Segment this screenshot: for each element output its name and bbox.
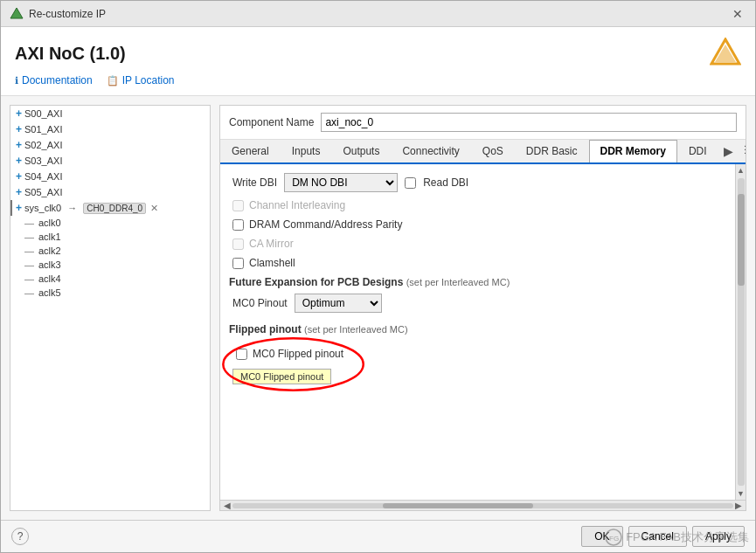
expand-icon-s05: + — [16, 186, 22, 198]
mc0-flipped-row: MC0 Flipped pinout — [232, 348, 343, 360]
connector-arrow: → — [67, 203, 77, 213]
tab-qos[interactable]: QoS — [471, 140, 515, 162]
tree-item-aclk4-label: aclk4 — [38, 273, 61, 284]
watermark: FG FPGA FAB技术分享选集 — [605, 529, 749, 546]
xilinx-logo — [710, 38, 741, 69]
tab-documentation[interactable]: ℹ Documentation — [15, 74, 93, 90]
app-icon — [10, 7, 24, 21]
tab-ip-location[interactable]: 📋 IP Location — [107, 74, 175, 90]
tree-item-s01[interactable]: + S01_AXI — [10, 121, 210, 137]
expand-icon-s02: + — [16, 139, 22, 151]
dialog: Re-customize IP ✕ AXI NoC (1.0) ℹ Docume… — [0, 0, 756, 553]
tree-item-aclk2[interactable]: — aclk2 — [10, 244, 210, 258]
content-area: + S00_AXI + S01_AXI + S02_AXI + S03_AXI … — [1, 96, 755, 520]
flipped-pinout-highlight-container: MC0 Flipped pinout MC0 Flipped pinout — [229, 341, 357, 388]
tree-item-aclk2-label: aclk2 — [38, 245, 61, 256]
dash-icon-aclk4: — — [24, 273, 34, 284]
tab-ddi[interactable]: DDI — [677, 140, 718, 162]
flipped-pinout-subtitle: (set per Interleaved MC) — [304, 324, 408, 335]
scrollbar-v-track — [738, 178, 745, 486]
scrollbar-v-thumb[interactable] — [738, 194, 745, 287]
title-bar-left: Re-customize IP — [10, 7, 106, 21]
bottom-bar-left: ? — [11, 528, 29, 545]
info-icon: ℹ — [15, 75, 18, 86]
ch-connector-label: CH0_DDR4_0 — [83, 203, 146, 214]
tree-item-aclk0[interactable]: — aclk0 — [10, 216, 210, 230]
ca-mirror-checkbox[interactable] — [232, 238, 244, 250]
read-dbi-label: Read DBI — [423, 176, 468, 189]
scroll-up-arrow[interactable]: ▲ — [737, 164, 745, 176]
horizontal-scrollbar[interactable]: ◀ ▶ — [220, 500, 746, 510]
tree-item-aclk1[interactable]: — aclk1 — [10, 230, 210, 244]
tab-ip-location-label: IP Location — [122, 74, 175, 86]
component-name-input[interactable] — [321, 113, 737, 132]
expand-icon-s04: + — [16, 170, 22, 183]
mc0-pinout-row: MC0 Pinout Optimum Flipped — [229, 294, 726, 313]
future-expansion-subtitle: (set per Interleaved MC) — [406, 277, 510, 287]
left-panel: + S00_AXI + S01_AXI + S02_AXI + S03_AXI … — [10, 105, 211, 511]
help-button[interactable]: ? — [11, 528, 29, 545]
tab-outputs[interactable]: Outputs — [331, 140, 391, 162]
tab-settings-button[interactable]: ☰ — [739, 140, 746, 162]
channel-interleaving-label: Channel Interleaving — [249, 199, 345, 211]
tree-item-aclk3[interactable]: — aclk3 — [10, 258, 210, 272]
tree-item-aclk4[interactable]: — aclk4 — [10, 272, 210, 286]
clamshell-label: Clamshell — [249, 257, 295, 269]
connector-x-icon[interactable]: ✕ — [150, 203, 158, 214]
bottom-bar-right: OK Cancel Apply FG FPGA FAB技术分享选集 — [581, 526, 745, 547]
tree-item-s01-label: S01_AXI — [24, 124, 62, 135]
channel-interleaving-checkbox[interactable] — [232, 200, 244, 211]
scroll-right-arrow[interactable]: ▶ — [735, 501, 742, 510]
tree-item-s04[interactable]: + S04_AXI — [10, 169, 210, 184]
tree-item-s05[interactable]: + S05_AXI — [10, 184, 210, 200]
svg-marker-0 — [10, 8, 23, 18]
vertical-scrollbar[interactable]: ▲ ▼ — [735, 164, 746, 500]
watermark-text: FPGA FAB技术分享选集 — [626, 529, 749, 545]
tab-ddr-basic[interactable]: DDR Basic — [515, 140, 589, 162]
scroll-left-arrow[interactable]: ◀ — [224, 501, 231, 510]
svg-text:FG: FG — [609, 535, 619, 543]
mc0-flipped-checkbox[interactable] — [236, 349, 247, 360]
tab-general[interactable]: General — [220, 140, 281, 162]
dram-parity-label: DRAM Command/Address Parity — [249, 218, 402, 231]
clamshell-checkbox[interactable] — [232, 258, 244, 269]
scrollbar-h-track — [232, 503, 733, 508]
tab-content: Write DBI DM NO DBI DBI DM Read DBI Chan… — [220, 164, 735, 500]
flipped-pinout-title: Flipped pinout (set per Interleaved MC) — [229, 323, 726, 335]
dash-icon-aclk5: — — [24, 287, 34, 298]
scrollbar-h-thumb[interactable] — [383, 503, 533, 508]
tree-item-s04-label: S04_AXI — [24, 171, 62, 182]
mc0-flipped-label: MC0 Flipped pinout — [253, 348, 343, 360]
tree-item-s03[interactable]: + S03_AXI — [10, 153, 210, 169]
future-expansion-title: Future Expansion for PCB Designs (set pe… — [229, 276, 726, 288]
header-area: AXI NoC (1.0) ℹ Documentation 📋 IP Locat… — [1, 27, 755, 96]
dram-parity-checkbox[interactable] — [232, 219, 244, 231]
dash-icon-aclk2: — — [24, 245, 34, 256]
tree-item-aclk5[interactable]: — aclk5 — [10, 286, 210, 300]
tab-inputs[interactable]: Inputs — [281, 140, 332, 162]
tab-more-button[interactable]: ▶ — [718, 140, 739, 162]
tab-connectivity[interactable]: Connectivity — [391, 140, 470, 162]
tree-item-s02[interactable]: + S02_AXI — [10, 137, 210, 153]
component-name-label: Component Name — [229, 116, 314, 128]
tree-item-sysclk[interactable]: + sys_clk0 → CH0_DDR4_0 ✕ — [10, 200, 210, 216]
close-button[interactable]: ✕ — [729, 7, 746, 21]
mc0-pinout-select[interactable]: Optimum Flipped — [295, 294, 382, 313]
watermark-logo: FG — [605, 529, 622, 546]
tree-item-sysclk-label: sys_clk0 — [24, 203, 61, 213]
tree-item-s05-label: S05_AXI — [24, 187, 62, 197]
future-expansion-section: Future Expansion for PCB Designs (set pe… — [229, 276, 726, 313]
write-dbi-select[interactable]: DM NO DBI DBI DM — [284, 173, 398, 192]
read-dbi-checkbox[interactable] — [405, 177, 416, 189]
tree-item-aclk5-label: aclk5 — [38, 287, 61, 298]
tree-item-s00-label: S00_AXI — [24, 108, 62, 119]
ca-mirror-row: CA Mirror — [229, 238, 726, 250]
title-bar: Re-customize IP ✕ — [1, 1, 755, 27]
scroll-down-arrow[interactable]: ▼ — [737, 487, 745, 500]
tree-item-s03-label: S03_AXI — [24, 156, 62, 166]
tab-ddr-memory[interactable]: DDR Memory — [589, 140, 677, 164]
tree-item-s00[interactable]: + S00_AXI — [10, 106, 210, 121]
channel-interleaving-row: Channel Interleaving — [229, 199, 726, 211]
expand-icon-s00: + — [16, 107, 22, 120]
dash-icon-aclk1: — — [24, 232, 34, 242]
